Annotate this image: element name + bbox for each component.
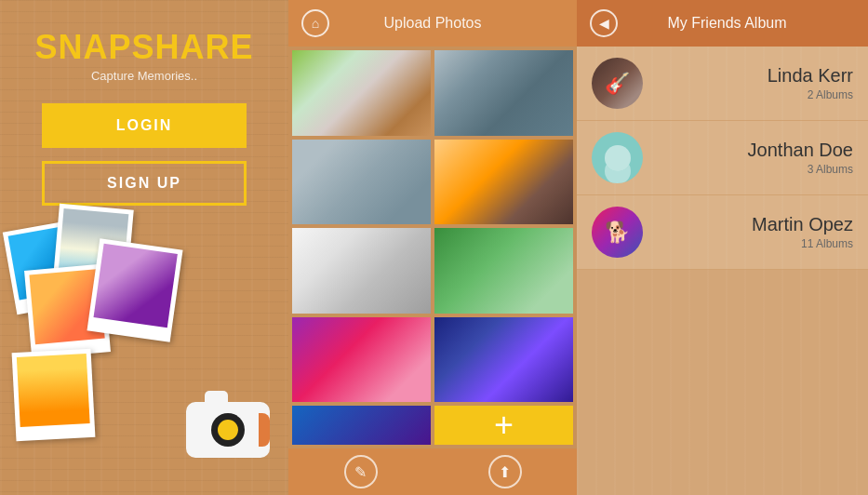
photo-cell-concert[interactable] bbox=[434, 317, 573, 403]
photo-collage bbox=[0, 216, 288, 495]
friends-list: Linda Kerr 2 Albums Jonthan Doe 3 Albums… bbox=[577, 47, 868, 495]
photo-img-5 bbox=[17, 354, 90, 427]
avatar-linda bbox=[592, 58, 643, 109]
polaroid-5 bbox=[12, 349, 96, 441]
photo-cell-rabbit[interactable] bbox=[292, 50, 431, 136]
brand-snap: SNAP bbox=[34, 28, 131, 66]
friend-item-martin[interactable]: 🐕 Martin Opez 11 Albums bbox=[577, 195, 868, 270]
brand-share: SHARE bbox=[132, 28, 254, 66]
avatar-jonathan bbox=[592, 132, 643, 183]
camera-lens-inner bbox=[218, 420, 238, 440]
camera-lens bbox=[211, 413, 245, 447]
friend-info-linda: Linda Kerr 2 Albums bbox=[656, 65, 853, 101]
upload-button[interactable]: ⬆ bbox=[488, 455, 522, 488]
camera-stripe bbox=[259, 413, 270, 447]
friend-name-martin: Martin Opez bbox=[752, 214, 853, 235]
friend-name-linda: Linda Kerr bbox=[768, 65, 853, 87]
upload-header: ⌂ Upload Photos bbox=[288, 0, 577, 47]
polaroid-4 bbox=[87, 238, 182, 342]
friend-albums-martin: 11 Albums bbox=[801, 237, 853, 250]
photo-cell-car[interactable] bbox=[292, 140, 431, 225]
photo-cell-marilyn[interactable] bbox=[292, 228, 431, 314]
edit-button[interactable]: ✎ bbox=[344, 455, 378, 488]
avatar-martin: 🐕 bbox=[592, 207, 643, 258]
friend-item-jonathan[interactable]: Jonthan Doe 3 Albums bbox=[577, 121, 868, 195]
add-photo-button[interactable]: + bbox=[434, 406, 573, 445]
upload-panel: ⌂ Upload Photos + ✎ ⬆ bbox=[288, 0, 577, 495]
friend-item-linda[interactable]: Linda Kerr 2 Albums bbox=[577, 47, 868, 121]
friends-title: My Friends Album bbox=[627, 15, 855, 32]
login-panel: SNAPSHARE Capture Memories.. LOGIN SIGN … bbox=[0, 0, 288, 495]
camera-decoration bbox=[186, 402, 270, 467]
photo-cell-concert2[interactable] bbox=[292, 406, 431, 445]
photo-cell-person[interactable] bbox=[434, 140, 573, 225]
tagline: Capture Memories.. bbox=[91, 69, 197, 83]
friend-info-martin: Martin Opez 11 Albums bbox=[656, 214, 853, 250]
friends-header: ◀ My Friends Album bbox=[577, 0, 868, 47]
camera-body bbox=[186, 402, 270, 458]
home-button[interactable]: ⌂ bbox=[301, 9, 329, 37]
photo-cell-bike[interactable] bbox=[434, 50, 573, 136]
back-button[interactable]: ◀ bbox=[590, 9, 618, 37]
photo-img-4 bbox=[94, 244, 178, 328]
login-button[interactable]: LOGIN bbox=[42, 103, 247, 148]
brand: SNAPSHARE Capture Memories.. bbox=[34, 28, 253, 83]
signup-button[interactable]: SIGN UP bbox=[42, 161, 247, 206]
photo-cell-couple[interactable] bbox=[292, 317, 431, 403]
friend-albums-jonathan: 3 Albums bbox=[808, 163, 853, 176]
friend-info-jonathan: Jonthan Doe 3 Albums bbox=[656, 140, 853, 176]
photo-cell-dandelion[interactable] bbox=[434, 228, 573, 314]
friend-name-jonathan: Jonthan Doe bbox=[748, 140, 853, 161]
upload-footer: ✎ ⬆ bbox=[288, 448, 577, 495]
bottom-spacer bbox=[577, 270, 868, 495]
photo-grid: + bbox=[288, 47, 577, 448]
upload-title: Upload Photos bbox=[384, 15, 482, 32]
friend-albums-linda: 2 Albums bbox=[808, 88, 853, 101]
app-name: SNAPSHARE bbox=[34, 28, 253, 67]
friends-panel: ◀ My Friends Album Linda Kerr 2 Albums J… bbox=[577, 0, 868, 495]
